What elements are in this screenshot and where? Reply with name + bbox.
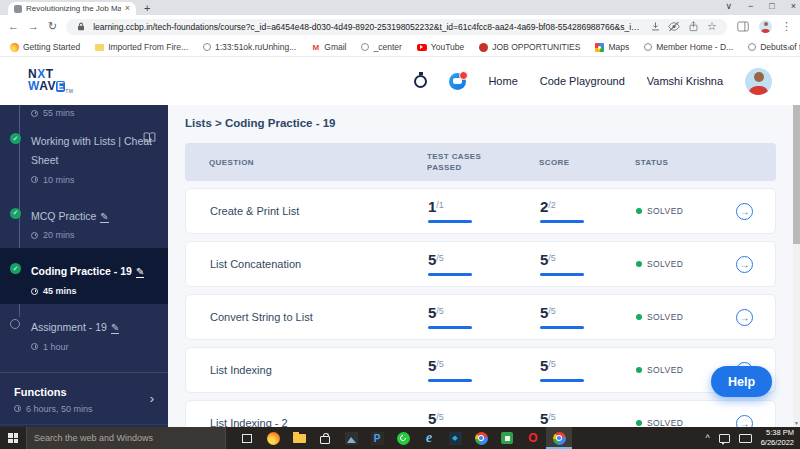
question-row[interactable]: List Indexing - 2 5/5 5/5 SOLVED → [185, 400, 776, 427]
tab-close-icon[interactable]: × [125, 4, 130, 13]
taskbar-app-button[interactable] [520, 427, 546, 449]
install-icon[interactable] [648, 20, 662, 34]
taskbar-app-button[interactable] [546, 427, 572, 449]
bookmark-label: Debuts of the deca... [760, 42, 800, 52]
sidebar-item-partial[interactable]: 55 mins [0, 105, 168, 118]
sidebar-lesson-item[interactable]: ✓ Coding Practice - 19✎ 45 mins [0, 248, 168, 304]
clock-icon [31, 343, 38, 350]
window-minimize-button[interactable]: − [748, 1, 753, 11]
bookmark-item[interactable]: _center [361, 42, 401, 52]
taskbar-app-button[interactable] [494, 427, 520, 449]
bookmark-item[interactable]: Member Home - D... [644, 42, 733, 52]
bookmark-item[interactable]: JOB OPPORTUNITIES [479, 42, 580, 52]
user-avatar[interactable] [745, 68, 772, 95]
question-row[interactable]: List Indexing 5/5 5/5 SOLVED → [185, 347, 776, 393]
chat-notification-icon[interactable] [449, 73, 466, 90]
bookmark-label: Member Home - D... [656, 42, 733, 52]
window-maximize-button[interactable]: □ [769, 1, 774, 11]
taskbar-app-button[interactable] [260, 427, 286, 449]
forward-icon[interactable]: → [28, 21, 39, 32]
question-title[interactable]: List Concatenation [210, 258, 428, 270]
scrollbar-down-icon[interactable]: ▼ [793, 419, 800, 427]
question-title[interactable]: Convert String to List [210, 311, 428, 323]
page-scrollbar[interactable]: ▲ ▼ [793, 105, 800, 427]
sidebar-lesson-item[interactable]: ✓ MCQ Practice✎ 20 mins [0, 193, 168, 249]
taskbar-app-button[interactable] [416, 427, 442, 449]
score-progress-bar [540, 379, 584, 382]
url-text[interactable]: learning.ccbp.in/tech-foundations/course… [93, 22, 643, 32]
bookmark-item[interactable]: Imported From Fire... [95, 42, 188, 52]
taskbar-search-input[interactable] [27, 427, 225, 449]
clock-icon [31, 288, 38, 295]
bookmark-item[interactable]: Debuts of the deca... [748, 42, 800, 52]
sidebar-lesson-item[interactable]: Assignment - 19✎ 1 hour [0, 304, 168, 360]
browser-tab[interactable]: Revolutionizing the Job Market | × [8, 2, 136, 15]
open-question-arrow-icon[interactable]: → [736, 256, 753, 273]
taskbar-app-button[interactable] [234, 427, 260, 449]
question-title[interactable]: List Indexing - 2 [210, 417, 428, 427]
password-eye-off-icon[interactable] [667, 20, 681, 34]
side-panel-icon[interactable] [736, 20, 750, 34]
reload-icon[interactable]: ↻ [48, 21, 57, 32]
taskbar-app-button[interactable] [390, 427, 416, 449]
edit-pencil-icon: ✎ [100, 211, 108, 223]
bookmark-favicon [311, 43, 320, 52]
bookmark-label: 1:33:51ok.ruUnhing... [215, 42, 296, 52]
tab-search-icon[interactable]: ∨ [725, 1, 732, 11]
tray-chevron-up-icon[interactable]: ^ [705, 433, 709, 443]
taskbar-app-button[interactable] [468, 427, 494, 449]
tray-notification-icon[interactable] [719, 434, 730, 443]
taskbar-app-button[interactable] [442, 427, 468, 449]
topic-duration: 6 hours, 50 mins [14, 404, 154, 414]
timer-icon[interactable] [414, 75, 427, 88]
ssl-lock-icon[interactable] [74, 20, 88, 34]
taskbar-app-button[interactable] [286, 427, 312, 449]
sidebar-topic-section[interactable]: Functions 6 hours, 50 mins › [0, 373, 168, 425]
bookmark-item[interactable]: Maps [595, 42, 629, 52]
question-row[interactable]: Convert String to List 5/5 5/5 SOLVED → [185, 294, 776, 340]
taskbar-app-button[interactable] [338, 427, 364, 449]
question-row[interactable]: Create & Print List 1/1 2/2 SOLVED → [185, 188, 776, 234]
scrollbar-thumb[interactable] [793, 105, 800, 244]
question-title[interactable]: List Indexing [210, 364, 428, 376]
taskbar-app-icon [449, 432, 462, 445]
bookmarks-overflow-icon[interactable]: » [787, 43, 792, 53]
nxtwave-logo[interactable]: NXT WAVETM [28, 68, 73, 95]
nav-home[interactable]: Home [488, 75, 517, 87]
bookmark-label: YouTube [431, 42, 464, 52]
taskbar-clock[interactable]: 5:38 PM 6/26/2022 [761, 428, 794, 448]
start-button[interactable] [0, 427, 26, 449]
bookmark-label: Maps [608, 42, 629, 52]
taskbar-app-icon [371, 432, 384, 445]
url-input[interactable]: learning.ccbp.in/tech-foundations/course… [66, 19, 727, 35]
cheat-sheet-book-icon [143, 132, 156, 143]
bookmark-item[interactable]: Getting Started [10, 42, 80, 52]
tray-keyboard-icon[interactable] [739, 434, 752, 443]
back-icon[interactable]: ← [8, 21, 19, 32]
question-title[interactable]: Create & Print List [210, 205, 428, 217]
practice-content: Lists > Coding Practice - 19 QUESTION TE… [168, 105, 793, 427]
taskbar-app-icon [320, 436, 330, 444]
open-question-arrow-icon[interactable]: → [736, 203, 753, 220]
help-button[interactable]: Help [711, 366, 772, 397]
bookmark-item[interactable]: YouTube [417, 42, 464, 52]
browser-menu-kebab-icon[interactable]: ⋮ [781, 21, 792, 32]
taskbar-search[interactable] [26, 427, 226, 449]
browser-address-bar: ← → ↻ learning.ccbp.in/tech-foundations/… [0, 15, 800, 38]
bookmark-item[interactable]: 1:33:51ok.ruUnhing... [203, 42, 296, 52]
bookmark-favicon [479, 43, 488, 52]
share-icon[interactable] [686, 20, 700, 34]
nav-code-playground[interactable]: Code Playground [540, 75, 625, 87]
taskbar-app-button[interactable] [312, 427, 338, 449]
window-close-button[interactable]: × [791, 1, 796, 11]
bookmark-star-icon[interactable]: ☆ [705, 20, 719, 34]
browser-profile-avatar[interactable] [759, 20, 772, 33]
bookmark-item[interactable]: Gmail [311, 42, 346, 52]
question-row[interactable]: List Concatenation 5/5 5/5 SOLVED → [185, 241, 776, 287]
open-question-arrow-icon[interactable]: → [736, 415, 753, 428]
new-tab-button[interactable]: + [144, 2, 150, 15]
sidebar-lesson-item[interactable]: ✓ Working with Lists | Cheat Sheet 10 mi… [0, 118, 168, 193]
taskbar-app-button[interactable] [364, 427, 390, 449]
score-cell: 5/5 [540, 305, 636, 329]
open-question-arrow-icon[interactable]: → [736, 309, 753, 326]
